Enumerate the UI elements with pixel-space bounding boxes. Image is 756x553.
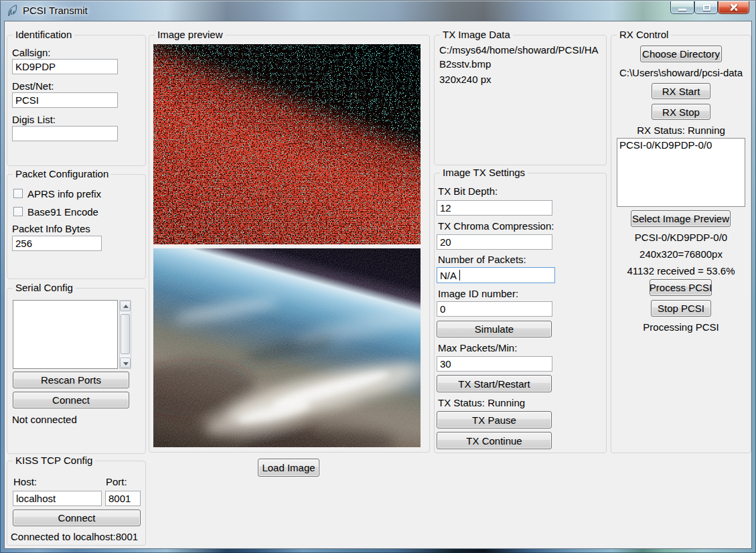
- close-button[interactable]: [718, 1, 749, 14]
- text-caret: [459, 270, 460, 281]
- host-label: Host:: [13, 476, 37, 487]
- rx-start-button[interactable]: RX Start: [652, 83, 710, 99]
- rx-received-label: 41132 received = 53.6%: [611, 265, 751, 276]
- selected-image-label: PCSI-0/KD9PDP-0/0: [611, 232, 751, 243]
- load-image-button[interactable]: Load Image: [258, 459, 319, 477]
- host-input[interactable]: [13, 491, 102, 506]
- tx-image-data-group-title: TX Image Data: [440, 29, 513, 40]
- process-status-label: Processing PCSI: [611, 321, 751, 333]
- port-label: Port:: [106, 476, 127, 487]
- aprs-prefix-checkbox[interactable]: [13, 189, 23, 198]
- tx-chroma-label: TX Chroma Compression:: [438, 220, 554, 232]
- serial-status-label: Not connected: [12, 414, 77, 425]
- packet-info-bytes-label: Packet Info Bytes: [12, 223, 90, 234]
- tx-start-restart-button[interactable]: TX Start/Restart: [437, 375, 552, 392]
- tx-bit-depth-label: TX Bit Depth:: [438, 185, 498, 197]
- image-tx-settings-group-title: Image TX Settings: [440, 167, 528, 178]
- rx-list-item[interactable]: PCSI-0/KD9PDP-0/0: [617, 139, 745, 151]
- tx-image-dimensions: 320x240 px: [439, 74, 492, 85]
- window-title: PCSI Transmit: [23, 5, 88, 16]
- rx-noise-preview-image: [153, 44, 421, 244]
- dest-net-input[interactable]: [12, 92, 118, 108]
- serial-ports-listbox[interactable]: [13, 300, 118, 369]
- rx-image-size-label: 240x320=76800px: [611, 248, 751, 260]
- title-bar[interactable]: PCSI Transmit: [0, 0, 756, 21]
- tx-continue-button[interactable]: TX Continue: [437, 432, 552, 449]
- tx-source-earth-image: [153, 248, 421, 447]
- callsign-input[interactable]: [12, 59, 118, 74]
- packet-config-group-title: Packet Configuration: [13, 168, 111, 179]
- tcp-status-label: Connected to localhost:8001: [11, 531, 138, 542]
- tx-pause-button[interactable]: TX Pause: [437, 411, 552, 428]
- minimize-button[interactable]: [670, 1, 694, 14]
- max-packets-label: Max Packets/Min:: [438, 342, 517, 353]
- serial-config-group-title: Serial Config: [13, 282, 76, 293]
- dest-net-label: Dest/Net:: [12, 80, 54, 92]
- max-packets-input[interactable]: [437, 356, 552, 372]
- select-image-preview-button[interactable]: Select Image Preview: [631, 210, 731, 227]
- base91-label: Base91 Encode: [27, 206, 98, 218]
- base91-checkbox[interactable]: [13, 207, 23, 216]
- num-packets-input[interactable]: [437, 267, 555, 283]
- digis-list-input[interactable]: [12, 126, 118, 141]
- choose-directory-button[interactable]: Choose Directory: [640, 46, 722, 62]
- serial-connect-button[interactable]: Connect: [13, 392, 129, 408]
- image-id-label: Image ID number:: [438, 288, 518, 299]
- rx-directory-path: C:\Users\showard/pcsi-data: [611, 67, 751, 78]
- stop-pcsi-button[interactable]: Stop PCSI: [651, 300, 711, 317]
- callsign-label: Callsign:: [12, 47, 51, 58]
- process-pcsi-button[interactable]: Process PCSI: [650, 279, 712, 296]
- port-input[interactable]: [105, 491, 141, 506]
- rescan-ports-button[interactable]: Rescan Ports: [13, 372, 129, 388]
- scrollbar-thumb[interactable]: [121, 314, 130, 354]
- digis-list-label: Digis List:: [12, 114, 56, 125]
- tcp-connect-button[interactable]: Connect: [13, 509, 141, 526]
- tx-status-label: TX Status: Running: [438, 397, 525, 408]
- identification-group-title: Identification: [13, 29, 74, 40]
- rx-status-label: RX Status: Running: [611, 125, 751, 136]
- tx-chroma-input[interactable]: [437, 234, 552, 250]
- packet-info-bytes-input[interactable]: [12, 236, 102, 251]
- minimize-icon: [678, 9, 686, 11]
- maximize-icon: [703, 5, 710, 11]
- kiss-tcp-group-title: KISS TCP Config: [13, 455, 95, 466]
- scroll-up-icon[interactable]: [120, 301, 131, 311]
- image-preview-group-title: Image preview: [155, 29, 226, 40]
- image-id-input[interactable]: [437, 301, 552, 317]
- simulate-button[interactable]: Simulate: [437, 321, 552, 337]
- maximize-button[interactable]: [694, 1, 718, 14]
- scroll-down-icon[interactable]: [120, 358, 131, 368]
- rx-stop-button[interactable]: RX Stop: [652, 104, 710, 120]
- tx-image-path: C:/msys64/home/showard/PCSI/HAB2sstv.bmp: [439, 43, 603, 71]
- feather-icon: [7, 4, 18, 17]
- num-packets-label: Number of Packets:: [438, 254, 526, 265]
- app-window: PCSI Transmit Identification Callsign: D…: [0, 0, 756, 553]
- aprs-prefix-label: APRS info prefix: [27, 188, 101, 200]
- rx-images-listbox[interactable]: PCSI-0/KD9PDP-0/0: [617, 138, 745, 207]
- serial-ports-scrollbar[interactable]: [119, 300, 131, 369]
- rx-control-group-title: RX Control: [617, 29, 671, 40]
- tx-bit-depth-input[interactable]: [437, 200, 552, 216]
